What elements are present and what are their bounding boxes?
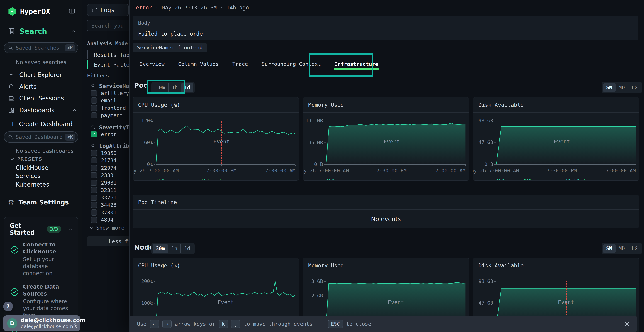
checkbox[interactable]: [91, 210, 97, 216]
filter-option[interactable]: 32311: [91, 186, 116, 194]
sidebar-item-services[interactable]: Services: [16, 172, 40, 180]
search-icon: [91, 143, 96, 148]
node-time-range-control: 30m 1h 1d: [151, 243, 195, 254]
node-size-sm-selected[interactable]: SM: [603, 244, 616, 253]
checkbox[interactable]: [91, 172, 97, 178]
collapse-sidebar-icon[interactable]: [68, 8, 76, 15]
filter-option[interactable]: 22974: [91, 164, 116, 172]
filter-option[interactable]: 37801: [91, 208, 116, 216]
search-icon: [91, 125, 96, 130]
filter-option[interactable]: 29081: [91, 179, 116, 187]
sidebar-item-client-sessions[interactable]: Client Sessions: [8, 93, 77, 103]
sidebar-item-alerts[interactable]: Alerts: [8, 82, 77, 92]
chart-title: CPU Usage (%): [133, 258, 298, 273]
nav-label: Chart Explorer: [19, 71, 62, 78]
chevron-up-icon[interactable]: [72, 109, 77, 112]
tab-surrounding-context[interactable]: Surrounding Context: [262, 58, 321, 70]
help-button[interactable]: ?: [3, 302, 13, 311]
pod-range-30m[interactable]: 30m: [152, 83, 168, 92]
k-key[interactable]: k: [218, 320, 228, 328]
pod-cpu-chart[interactable]: 120%60%0%Event May 26 7:00:00 AM7:30:00 …: [133, 113, 298, 175]
filter-option[interactable]: frontend: [91, 104, 126, 112]
no-saved-searches-text: No saved searches: [16, 59, 66, 65]
pod-range-1d-selected[interactable]: 1d: [181, 83, 194, 92]
app-logo[interactable]: HyperDX: [8, 7, 76, 16]
app-name: HyperDX: [20, 7, 50, 16]
sidebar-item-clickhouse[interactable]: ClickHouse: [16, 164, 48, 171]
body-value: Failed to place order: [138, 30, 633, 37]
checkbox[interactable]: [91, 90, 97, 96]
arrow-left-key[interactable]: ←: [150, 320, 159, 328]
checkbox[interactable]: [91, 194, 97, 201]
node-size-md[interactable]: MD: [616, 244, 628, 253]
get-started-step[interactable]: Create Data Sources Configure where your…: [10, 283, 74, 319]
user-menu[interactable]: D dale@clickhouse.com dale@clickhouse.co…: [3, 315, 80, 331]
plus-icon: +: [10, 120, 16, 128]
close-icon[interactable]: [624, 321, 630, 327]
checkbox[interactable]: [91, 180, 97, 186]
filter-option[interactable]: 21734: [91, 156, 116, 164]
node-range-1d[interactable]: 1d: [180, 244, 194, 253]
filter-group-servicename[interactable]: ServiceName: [91, 83, 136, 89]
show-more-toggle[interactable]: Show more: [90, 225, 124, 231]
pod-size-md[interactable]: MD: [616, 83, 628, 92]
tab-column-values[interactable]: Column Values: [178, 58, 219, 70]
checkbox[interactable]: [91, 187, 97, 193]
checkbox[interactable]: [91, 98, 97, 104]
logs-source-icon: [91, 7, 97, 13]
source-select-button[interactable]: Logs: [87, 4, 128, 16]
tab-trace[interactable]: Trace: [232, 58, 248, 70]
pod-disk-chart[interactable]: 93 GB47 GB0 BEvent May 26 7:00:00 AM7:30…: [473, 113, 639, 175]
filter-option-error[interactable]: ✓error: [91, 130, 116, 138]
sidebar-item-kubernetes[interactable]: Kubernetes: [16, 181, 49, 188]
pod-size-sm-selected[interactable]: SM: [603, 83, 616, 92]
presets-toggle[interactable]: PRESETS: [10, 156, 42, 162]
sidebar-item-search[interactable]: Search: [8, 27, 76, 36]
filter-option[interactable]: email: [91, 96, 116, 104]
sidebar-item-dashboards[interactable]: Dashboards: [8, 105, 77, 115]
pod-range-1h[interactable]: 1h: [168, 83, 181, 92]
checkbox[interactable]: [91, 105, 97, 111]
checkbox[interactable]: [91, 150, 97, 156]
chevron-up-icon[interactable]: [71, 30, 76, 33]
arrow-right-key[interactable]: →: [162, 320, 172, 328]
saved-dashboards-input[interactable]: ⌘K: [4, 132, 78, 142]
filter-option[interactable]: 2333: [91, 171, 114, 179]
checkbox[interactable]: [91, 217, 97, 223]
team-settings-label: Team Settings: [18, 199, 69, 206]
saved-dashboards-field[interactable]: [16, 134, 63, 140]
saved-searches-input[interactable]: ⌘K: [4, 42, 78, 53]
filter-option[interactable]: 19350: [91, 149, 116, 157]
filter-option[interactable]: 33261: [91, 194, 116, 202]
mode-results-table[interactable]: Results Table: [87, 50, 136, 60]
service-name-tag[interactable]: ServiceName: frontend: [133, 44, 207, 52]
filter-option[interactable]: payment: [91, 112, 123, 119]
sidebar-item-chart-explorer[interactable]: Chart Explorer: [8, 70, 77, 80]
node-range-1h[interactable]: 1h: [168, 244, 181, 253]
tab-overview[interactable]: Overview: [140, 58, 164, 70]
esc-key[interactable]: ESC: [328, 320, 343, 328]
checkbox-checked[interactable]: ✓: [91, 131, 97, 138]
checkbox[interactable]: [91, 112, 97, 118]
pod-charts-row: CPU Usage (%) 120%60%0%Event May 26 7:00…: [132, 97, 639, 181]
checkbox[interactable]: [91, 165, 97, 171]
j-key[interactable]: j: [231, 320, 240, 328]
checkbox[interactable]: [91, 202, 97, 208]
shortcut-badge: ⌘K: [65, 134, 75, 140]
tab-infrastructure[interactable]: Infrastructure: [334, 58, 378, 70]
sidebar-item-team-settings[interactable]: ⚙ Team Settings: [8, 198, 69, 206]
pod-size-lg[interactable]: LG: [628, 83, 641, 92]
chevron-up-icon[interactable]: [68, 228, 72, 230]
node-size-lg[interactable]: LG: [628, 244, 641, 253]
event-header: error · May 26 7:13:26 PM · 14h ago: [130, 0, 644, 16]
get-started-step[interactable]: Connect to ClickHouse Set up your databa…: [10, 241, 74, 277]
filter-option[interactable]: 4894: [91, 216, 114, 224]
hint-text: to close: [346, 321, 371, 327]
search-icon: [91, 83, 96, 88]
node-range-30m-selected[interactable]: 30m: [152, 244, 168, 253]
filter-option[interactable]: 34423: [91, 201, 116, 209]
pod-memory-chart[interactable]: 191 MB95 MB0 BEvent May 26 7:00:00 AM7:3…: [303, 113, 469, 175]
create-dashboard-button[interactable]: + Create Dashboard: [10, 120, 72, 128]
saved-searches-field[interactable]: [16, 45, 63, 51]
checkbox[interactable]: [91, 158, 97, 164]
